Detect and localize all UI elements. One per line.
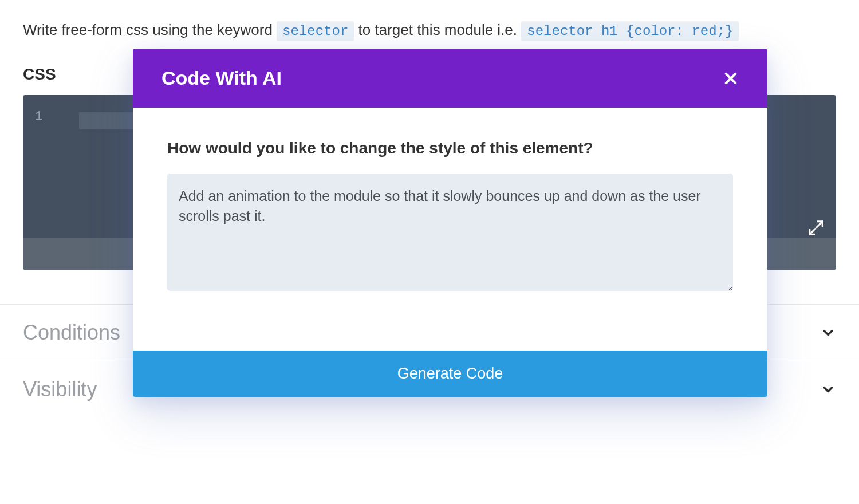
help-text: Write free-form css using the keyword se… [23,17,836,44]
accordion-conditions-title: Conditions [23,321,120,345]
modal-title: Code With AI [161,67,282,89]
expand-icon[interactable] [807,219,825,237]
chevron-down-icon [820,381,836,397]
ai-prompt-textarea[interactable] [167,174,733,291]
code-with-ai-modal: Code With AI How would you like to chang… [133,49,767,397]
line-number-1: 1 [35,109,42,124]
selector-example-code: selector h1 {color: red;} [521,21,739,41]
modal-question: How would you like to change the style o… [167,139,733,158]
close-icon[interactable] [723,70,739,86]
chevron-down-icon [820,325,836,341]
help-text-middle: to target this module i.e. [358,21,522,38]
accordion-visibility-title: Visibility [23,377,97,401]
modal-header: Code With AI [133,49,767,108]
selector-keyword-code: selector [277,21,354,41]
modal-body: How would you like to change the style o… [133,108,767,351]
generate-code-button[interactable]: Generate Code [133,351,767,397]
help-text-prefix: Write free-form css using the keyword [23,21,277,38]
